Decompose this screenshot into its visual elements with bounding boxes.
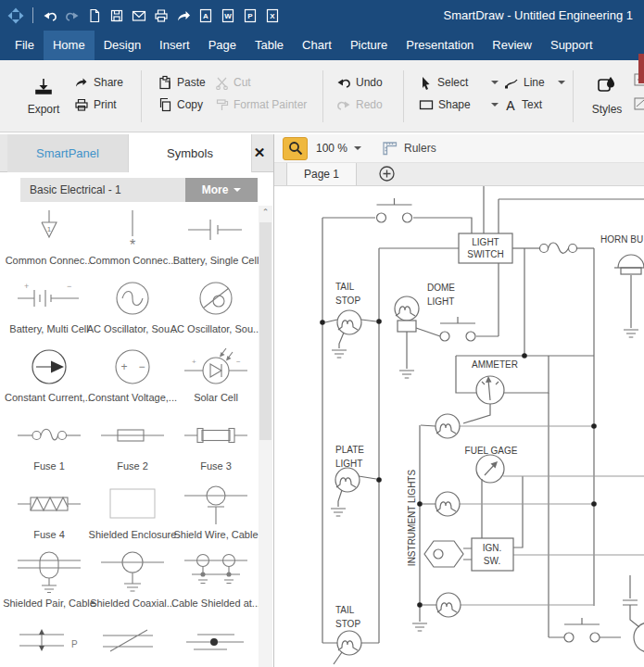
label-tail-stop-top[interactable]: TAIL (335, 282, 355, 292)
symbol-ac-oscillator-2[interactable]: AC Oscillator, Sou... (174, 274, 258, 343)
symbol-constant-voltage[interactable]: + − Constant Voltage,... (91, 343, 174, 411)
styles-button[interactable]: Styles (586, 72, 628, 116)
menu-home[interactable]: Home (44, 31, 95, 60)
rulers-label[interactable]: Rulers (404, 142, 436, 155)
symbol-constant-current[interactable]: Constant Current,... (7, 343, 91, 411)
share-export-icon[interactable] (175, 7, 192, 24)
line-button[interactable]: Line (504, 74, 565, 91)
symbol-shield-wire-cable[interactable]: Shield Wire, Cable (174, 480, 258, 548)
redo-button[interactable]: Redo (336, 96, 383, 113)
symbol-fuse-2[interactable]: Fuse 2 (91, 411, 174, 480)
menu-table[interactable]: Table (246, 31, 293, 60)
copy-button[interactable]: Copy (158, 96, 203, 113)
undo-button[interactable]: Undo (336, 74, 383, 91)
label-plate-light[interactable]: PLATE (335, 445, 364, 455)
undo-icon[interactable] (42, 7, 58, 24)
light-switch-box[interactable]: LIGHT SWITCH (459, 233, 512, 263)
format-painter-button[interactable]: Format Painter (215, 96, 307, 113)
export-excel-icon[interactable]: X (264, 7, 281, 24)
line-dropdown-arrow[interactable] (558, 81, 565, 84)
ammeter-meter[interactable]: AMMETER (472, 359, 518, 404)
dome-light-bulb[interactable] (395, 296, 419, 332)
menu-presentation[interactable]: Presentation (397, 31, 483, 60)
save-icon[interactable] (108, 7, 125, 24)
symbol-battery-single-cell[interactable]: Battery, Single Cell (174, 206, 258, 274)
zoom-level[interactable]: 100 % (316, 142, 347, 155)
label-ign-sw[interactable]: SW. (484, 556, 500, 566)
symbol-ac-oscillator-1[interactable]: AC Oscillator, Sou... (91, 274, 174, 343)
print-button[interactable]: Print (74, 96, 117, 113)
add-page-icon[interactable] (379, 166, 395, 182)
page-tab[interactable]: Page 1 (286, 163, 357, 185)
label-fuel-gage[interactable]: FUEL GAGE (465, 446, 518, 456)
symbol-fuse-4[interactable]: Fuse 4 (7, 480, 91, 548)
ignition-switch[interactable]: IGN. SW. (424, 538, 513, 571)
label-tail-stop-bottom[interactable]: TAIL (335, 605, 355, 615)
export-pdf-icon[interactable]: A (197, 7, 214, 24)
horn-symbol[interactable] (614, 255, 644, 274)
close-panel-icon[interactable]: ✕ (251, 145, 268, 161)
text-button[interactable]: A Text (504, 96, 542, 113)
new-document-icon[interactable] (86, 7, 103, 24)
rulers-icon[interactable] (382, 140, 398, 157)
symbol-battery-multi-cell[interactable]: + − Battery, Multi Cell (7, 274, 91, 343)
scroll-up-icon[interactable]: ⌃ (259, 208, 272, 217)
label-dome-light[interactable]: LIGHT (427, 296, 454, 307)
menu-chart[interactable]: Chart (293, 31, 341, 60)
print-icon[interactable] (153, 7, 170, 24)
symbol-solar-cell[interactable]: + − Solar Cell (174, 343, 258, 411)
label-light-switch[interactable]: LIGHT (472, 237, 499, 247)
label-dome-light[interactable]: DOME (427, 283, 455, 293)
drawing-page[interactable]: LIGHT SWITCH AMMETER FUEL GAGE (274, 186, 644, 667)
label-instrument-lights[interactable]: INSTRUMENT LIGHTS (407, 470, 417, 567)
label-tail-stop-top[interactable]: STOP (335, 296, 360, 306)
menu-support[interactable]: Support (541, 31, 602, 60)
menu-page[interactable]: Page (199, 31, 246, 60)
symbol-crossover[interactable] (91, 617, 174, 667)
label-tail-stop-bottom[interactable]: STOP (335, 619, 360, 629)
symbol-pressure-pair[interactable]: P (7, 617, 91, 667)
symbol-junction[interactable] (174, 617, 258, 667)
symbol-common-connection-2[interactable]: * Common Connec... (91, 206, 174, 274)
email-icon[interactable] (131, 7, 147, 24)
scrollbar-thumb[interactable] (259, 222, 271, 440)
lamp-symbols[interactable] (335, 310, 461, 655)
fuse-symbol[interactable] (540, 243, 577, 253)
zoom-button[interactable] (283, 137, 308, 160)
symbol-shielded-enclosure[interactable]: Shielded Enclosure (91, 480, 174, 548)
menu-insert[interactable]: Insert (150, 31, 199, 60)
label-plate-light[interactable]: LIGHT (335, 459, 362, 469)
redo-icon[interactable] (64, 7, 81, 24)
symbol-shielded-coaxial[interactable]: Shielded Coaxial... (91, 548, 174, 617)
label-horn[interactable]: HORN BU (600, 234, 643, 245)
symbol-fuse-3[interactable]: Fuse 3 (174, 411, 258, 480)
fuel-gage-meter[interactable]: FUEL GAGE (465, 446, 518, 483)
pushbutton-switch[interactable] (377, 198, 600, 642)
menu-review[interactable]: Review (483, 31, 541, 60)
tab-symbols[interactable]: Symbols (128, 134, 252, 172)
symbol-shielded-pair-cable[interactable]: Shielded Pair, Cable (7, 548, 91, 617)
menu-file[interactable]: File (6, 31, 44, 60)
export-powerpoint-icon[interactable]: P (242, 7, 259, 24)
more-button[interactable]: More (185, 178, 258, 202)
label-light-switch[interactable]: SWITCH (467, 249, 503, 259)
shape-button[interactable]: Shape (419, 96, 499, 113)
export-button[interactable]: Export (20, 72, 67, 116)
select-button[interactable]: Select (419, 74, 499, 91)
select-dropdown-arrow[interactable] (491, 81, 499, 84)
tab-smartpanel[interactable]: SmartPanel (7, 134, 128, 172)
menu-picture[interactable]: Picture (341, 31, 397, 60)
diagram-canvas[interactable]: LIGHT SWITCH AMMETER FUEL GAGE (274, 186, 644, 667)
symbol-common-connection-1[interactable]: 1 Common Connec... (7, 206, 91, 274)
symbol-cable-shielded-at-both[interactable]: Cable Shielded at... (174, 548, 258, 617)
label-ammeter[interactable]: AMMETER (472, 359, 518, 370)
library-name[interactable]: Basic Electrical - 1 (20, 178, 185, 202)
panel-scrollbar[interactable]: ⌃ (259, 206, 272, 667)
symbol-fuse-1[interactable]: Fuse 1 (7, 411, 91, 480)
zoom-dropdown-arrow[interactable] (354, 146, 361, 150)
export-word-icon[interactable]: W (220, 7, 236, 24)
clipped-ribbon-icon[interactable] (634, 97, 644, 110)
menu-design[interactable]: Design (95, 31, 150, 60)
cut-button[interactable]: Cut (215, 74, 251, 91)
shape-dropdown-arrow[interactable] (491, 103, 499, 107)
